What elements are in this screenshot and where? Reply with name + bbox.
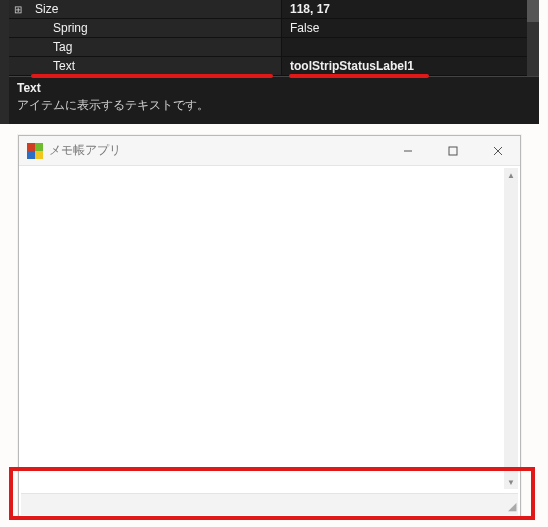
property-value[interactable]: toolStripStatusLabel1	[281, 57, 539, 75]
property-grid: Size 118, 17 Spring False Tag Text toolS…	[9, 0, 539, 124]
property-name: Spring	[27, 19, 281, 37]
svg-rect-1	[449, 147, 457, 155]
client-area: ▲ ▼ ◢	[19, 166, 520, 517]
property-row-spring[interactable]: Spring False	[9, 19, 539, 38]
scroll-down-icon[interactable]: ▼	[504, 475, 518, 489]
property-row-size[interactable]: Size 118, 17	[9, 0, 539, 19]
app-icon	[27, 143, 43, 159]
highlight-underline	[31, 74, 273, 78]
status-strip[interactable]: ◢	[21, 493, 518, 515]
property-value[interactable]	[281, 38, 539, 56]
text-editor[interactable]	[21, 168, 502, 489]
resize-grip-icon[interactable]: ◢	[504, 501, 516, 513]
property-description-text: アイテムに表示するテキストです。	[17, 97, 531, 114]
property-name: Tag	[27, 38, 281, 56]
property-value[interactable]: False	[281, 19, 539, 37]
scroll-up-icon[interactable]: ▲	[504, 168, 518, 182]
property-name: Size	[27, 0, 281, 18]
textbox-scrollbar[interactable]: ▲ ▼	[504, 168, 518, 489]
propgrid-scrollthumb[interactable]	[527, 0, 539, 22]
window-title: メモ帳アプリ	[49, 142, 121, 159]
highlight-underline	[289, 74, 429, 78]
property-description-title: Text	[17, 81, 531, 95]
expand-spacer	[9, 19, 27, 37]
property-rows: Size 118, 17 Spring False Tag Text toolS…	[9, 0, 539, 76]
property-value[interactable]: 118, 17	[281, 0, 539, 18]
expand-spacer	[9, 38, 27, 56]
property-row-tag[interactable]: Tag	[9, 38, 539, 57]
expand-icon[interactable]	[9, 0, 27, 18]
minimize-button[interactable]	[385, 136, 430, 166]
editor-gutter	[0, 0, 9, 124]
titlebar[interactable]: メモ帳アプリ	[19, 136, 520, 166]
property-name: Text	[27, 57, 281, 75]
property-description: Text アイテムに表示するテキストです。	[9, 76, 539, 114]
maximize-button[interactable]	[430, 136, 475, 166]
expand-spacer	[9, 57, 27, 75]
close-button[interactable]	[475, 136, 520, 166]
app-window: メモ帳アプリ ▲ ▼ ◢	[18, 135, 521, 518]
